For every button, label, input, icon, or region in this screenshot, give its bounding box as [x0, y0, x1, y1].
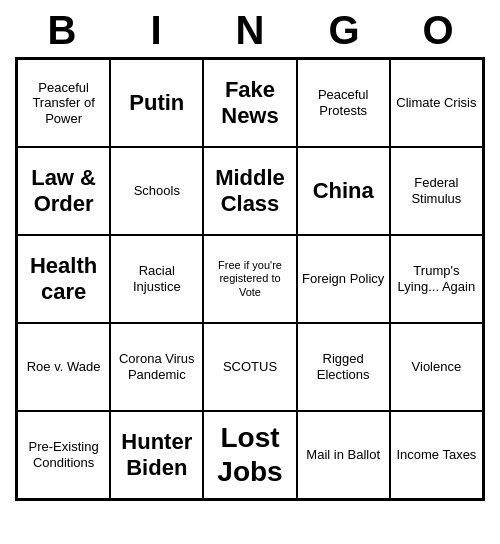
bingo-cell-21: Hunter Biden [110, 411, 203, 499]
bingo-cell-20: Pre-Existing Conditions [17, 411, 110, 499]
letter-i: I [112, 8, 200, 53]
bingo-cell-13: Foreign Policy [297, 235, 390, 323]
bingo-cell-19: Violence [390, 323, 483, 411]
bingo-cell-12: Free if you're registered to Vote [203, 235, 296, 323]
bingo-cell-8: China [297, 147, 390, 235]
letter-n: N [206, 8, 294, 53]
letter-b: B [18, 8, 106, 53]
letter-g: G [300, 8, 388, 53]
bingo-cell-3: Peaceful Protests [297, 59, 390, 147]
letter-o: O [394, 8, 482, 53]
bingo-cell-16: Corona Virus Pandemic [110, 323, 203, 411]
bingo-cell-11: Racial Injustice [110, 235, 203, 323]
bingo-cell-2: Fake News [203, 59, 296, 147]
bingo-cell-17: SCOTUS [203, 323, 296, 411]
bingo-cell-9: Federal Stimulus [390, 147, 483, 235]
bingo-cell-0: Peaceful Transfer of Power [17, 59, 110, 147]
bingo-cell-22: Lost Jobs [203, 411, 296, 499]
bingo-cell-7: Middle Class [203, 147, 296, 235]
bingo-cell-23: Mail in Ballot [297, 411, 390, 499]
bingo-cell-1: Putin [110, 59, 203, 147]
bingo-cell-5: Law & Order [17, 147, 110, 235]
bingo-title-row: B I N G O [15, 0, 485, 57]
bingo-cell-18: Rigged Elections [297, 323, 390, 411]
bingo-cell-4: Climate Crisis [390, 59, 483, 147]
bingo-cell-15: Roe v. Wade [17, 323, 110, 411]
bingo-cell-10: Health care [17, 235, 110, 323]
bingo-grid: Peaceful Transfer of PowerPutinFake News… [15, 57, 485, 501]
bingo-cell-6: Schools [110, 147, 203, 235]
bingo-cell-14: Trump's Lying... Again [390, 235, 483, 323]
bingo-cell-24: Income Taxes [390, 411, 483, 499]
